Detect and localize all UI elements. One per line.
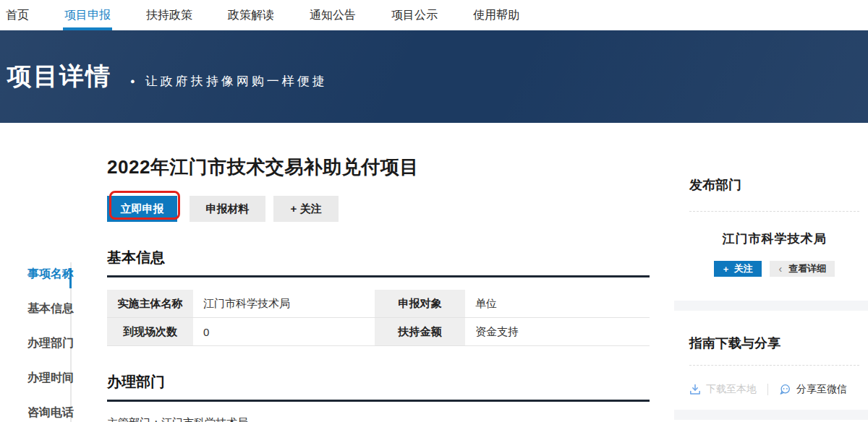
action-buttons: 立即申报 申报材料 + 关注 (107, 196, 650, 222)
download-icon (689, 384, 701, 395)
divider (689, 211, 859, 212)
view-detail-button[interactable]: ‹ 查看详细 (770, 261, 835, 277)
follow-button[interactable]: + 关注 (273, 196, 339, 222)
download-share-heading: 指南下载与分享 (689, 335, 859, 352)
apply-now-button[interactable]: 立即申报 (107, 196, 177, 222)
banner-slogan: 让政府扶持像网购一样便捷 (145, 73, 328, 90)
department-heading: 办理部门 (107, 372, 650, 402)
table-label-cell: 申报对象 (375, 290, 465, 318)
download-share-row: 下载至本地 分享至微信 (689, 383, 859, 410)
table-value-cell: 江门市科学技术局 (193, 290, 375, 318)
publisher-section: 发布部门 江门市科学技术局 + 关注 ‹ 查看详细 (674, 123, 868, 301)
top-navigation: 首页项目申报扶持政策政策解读通知公告项目公示使用帮助 (0, 0, 868, 30)
bullet-icon: ● (130, 77, 135, 85)
banner-subtitle-group: ● 让政府扶持像网购一样便捷 (130, 73, 328, 90)
share-wechat-link[interactable]: 分享至微信 (779, 383, 847, 396)
right-sidebar: 发布部门 江门市科学技术局 + 关注 ‹ 查看详细 指南下载与分享 (674, 123, 868, 422)
content-area: 事项名称基本信息办理部门办理时间咨询电话 2022年江门市技术交易补助兑付项目 … (0, 123, 868, 422)
publisher-heading: 发布部门 (689, 176, 859, 194)
divider (689, 365, 859, 366)
nav-item[interactable]: 项目申报 (64, 0, 111, 30)
apply-button-wrap: 立即申报 (107, 196, 177, 222)
table-row: 实施主体名称 江门市科学技术局 申报对象 单位 (107, 290, 650, 318)
nav-item[interactable]: 通知公告 (310, 0, 356, 30)
table-label-cell: 实施主体名称 (107, 290, 193, 318)
left-anchor-nav: 事项名称基本信息办理部门办理时间咨询电话 (0, 262, 72, 422)
application-materials-button[interactable]: 申报材料 (190, 196, 265, 222)
basic-info-heading: 基本信息 (107, 248, 650, 277)
publisher-org-name: 江门市科学技术局 (689, 231, 859, 247)
nav-item[interactable]: 项目公示 (391, 0, 438, 30)
table-label-cell: 到现场次数 (107, 318, 193, 346)
nav-item[interactable]: 政策解读 (228, 0, 274, 30)
table-label-cell: 扶持金额 (375, 318, 465, 346)
table-value-cell: 资金支持 (465, 318, 650, 346)
table-row: 到现场次数 0 扶持金额 资金支持 (107, 318, 650, 346)
banner-title: 项目详情 (7, 60, 111, 93)
active-section-indicator (69, 268, 72, 288)
section-gap (674, 410, 868, 420)
main-column: 2022年江门市技术交易补助兑付项目 立即申报 申报材料 + 关注 基本信息 实… (107, 123, 650, 422)
table-value-cell: 0 (193, 318, 375, 346)
anchor-nav-item[interactable]: 事项名称 (27, 267, 70, 282)
project-title: 2022年江门市技术交易补助兑付项目 (107, 156, 650, 178)
page-banner: 项目详情 ● 让政府扶持像网购一样便捷 (0, 30, 868, 123)
table-value-cell: 单位 (465, 290, 650, 318)
chevron-left-icon: ‹ (778, 263, 782, 275)
section-gap (674, 301, 868, 311)
divider (767, 384, 768, 395)
anchor-nav-item[interactable]: 办理部门 (27, 336, 70, 351)
plus-icon: + (723, 264, 729, 275)
anchor-nav-item[interactable]: 办理时间 (27, 371, 70, 386)
anchor-nav-item[interactable]: 基本信息 (27, 301, 70, 316)
wechat-share-icon (779, 384, 791, 395)
basic-info-table: 实施主体名称 江门市科学技术局 申报对象 单位 到现场次数 0 扶持金额 资金支… (107, 290, 650, 347)
publisher-buttons: + 关注 ‹ 查看详细 (689, 261, 859, 301)
download-share-section: 指南下载与分享 下载至本地 分享至微信 (674, 311, 868, 410)
download-local-link[interactable]: 下载至本地 (689, 383, 757, 396)
supervising-department-line: 主管部门：江门市科学技术局 (107, 416, 650, 422)
nav-item[interactable]: 扶持政策 (146, 0, 192, 30)
nav-item[interactable]: 使用帮助 (473, 0, 519, 30)
nav-item[interactable]: 首页 (6, 0, 29, 30)
anchor-nav-item[interactable]: 咨询电话 (27, 405, 70, 421)
follow-publisher-button[interactable]: + 关注 (714, 261, 762, 277)
